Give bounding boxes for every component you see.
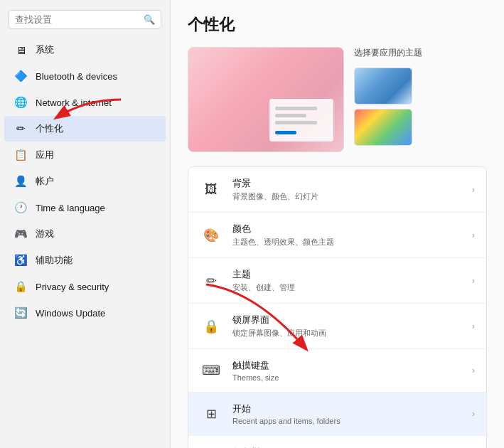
settings-subtitle-theme: 安装、创建、管理: [232, 282, 462, 293]
settings-title-color: 颜色: [232, 223, 462, 235]
search-icon: 🔍: [144, 14, 155, 25]
theme-thumb-blue[interactable]: [354, 68, 412, 105]
settings-item-color[interactable]: 🎨颜色主题色、透明效果、颜色主题›: [188, 213, 486, 258]
settings-chevron-lockscreen: ›: [472, 321, 475, 331]
sidebar-item-apps[interactable]: 📋应用: [4, 142, 166, 168]
search-box[interactable]: 🔍: [9, 10, 161, 29]
settings-text-start: 开始Recent apps and items, folders: [232, 402, 462, 425]
color-icon: 🎨: [200, 224, 222, 247]
settings-text-color: 颜色主题色、透明效果、颜色主题: [232, 223, 462, 247]
preview-line-2: [275, 114, 306, 117]
settings-list: 🖼背景背景图像、颜色、幻灯片›🎨颜色主题色、透明效果、颜色主题›✏主题安装、创建…: [188, 166, 487, 448]
settings-text-background: 背景背景图像、颜色、幻灯片: [232, 177, 462, 202]
settings-chevron-background: ›: [472, 185, 475, 195]
sidebar-item-accessibility[interactable]: ♿辅助功能: [4, 247, 166, 273]
accounts-icon: 👤: [14, 175, 27, 188]
settings-title-background: 背景: [232, 177, 462, 190]
background-icon: 🖼: [200, 178, 222, 201]
sidebar: 🔍 🖥系统🔷Bluetooth & devices🌐Network & inte…: [0, 0, 171, 448]
windows-update-icon: 🔄: [14, 306, 27, 319]
settings-item-touch-keyboard[interactable]: ⌨触摸键盘Themes, size›: [188, 349, 486, 393]
settings-subtitle-lockscreen: 锁定屏幕图像、应用和动画: [232, 328, 462, 338]
theme-thumbnails-panel: 选择要应用的主题: [354, 47, 422, 152]
sidebar-item-network[interactable]: 🌐Network & internet: [4, 90, 166, 115]
preview-button: [275, 131, 296, 134]
settings-item-taskbar[interactable]: ▬任务栏任务栏行为、系统固定›: [188, 436, 486, 448]
accessibility-icon: ♿: [14, 254, 27, 267]
gaming-icon: 🎮: [14, 228, 27, 240]
settings-title-lockscreen: 锁屏界面: [232, 314, 462, 326]
page-title: 个性化: [188, 14, 487, 36]
sidebar-item-label-bluetooth: Bluetooth & devices: [36, 71, 117, 82]
theme-thumb-colorful[interactable]: [354, 109, 412, 146]
theme-icon: ✏: [200, 270, 222, 292]
settings-subtitle-background: 背景图像、颜色、幻灯片: [232, 191, 462, 202]
nav-list: 🖥系统🔷Bluetooth & devices🌐Network & intern…: [0, 36, 170, 448]
theme-preview-main[interactable]: [188, 47, 344, 152]
settings-text-touch-keyboard: 触摸键盘Themes, size: [232, 359, 462, 382]
theme-preview-window: [269, 99, 333, 142]
settings-subtitle-start: Recent apps and items, folders: [232, 417, 462, 425]
sidebar-item-label-accounts: 帐户: [36, 175, 54, 188]
network-icon: 🌐: [14, 96, 27, 109]
sidebar-item-label-accessibility: 辅助功能: [36, 254, 73, 267]
settings-item-lockscreen[interactable]: 🔒锁屏界面锁定屏幕图像、应用和动画›: [188, 304, 486, 349]
privacy-icon: 🔒: [14, 280, 27, 293]
theme-section: 选择要应用的主题: [188, 47, 487, 152]
touch-keyboard-icon: ⌨: [200, 359, 222, 382]
search-input[interactable]: [15, 14, 144, 25]
settings-title-theme: 主题: [232, 268, 462, 281]
sidebar-item-label-network: Network & internet: [36, 97, 112, 108]
settings-item-theme[interactable]: ✏主题安装、创建、管理›: [188, 258, 486, 304]
personalize-icon: ✏: [14, 122, 27, 135]
start-icon: ⊞: [200, 402, 222, 425]
sidebar-item-privacy[interactable]: 🔒Privacy & security: [4, 274, 166, 299]
sidebar-item-windows-update[interactable]: 🔄Windows Update: [4, 300, 166, 326]
sidebar-item-label-privacy: Privacy & security: [36, 282, 109, 292]
sidebar-item-label-gaming: 游戏: [36, 228, 54, 240]
sidebar-item-label-personalize: 个性化: [36, 122, 63, 135]
settings-title-start: 开始: [232, 402, 462, 415]
main-content: 个性化 选择要应用的主题 🖼背景背景图像、颜色、幻灯片›🎨颜色主题色、透明效果、…: [171, 0, 504, 448]
preview-line-1: [275, 107, 317, 110]
sidebar-item-label-apps: 应用: [36, 149, 54, 161]
settings-chevron-theme: ›: [472, 276, 475, 286]
settings-chevron-color: ›: [472, 230, 475, 240]
sidebar-item-personalize[interactable]: ✏个性化: [4, 116, 166, 142]
sidebar-item-label-system: 系统: [36, 43, 54, 56]
sidebar-item-label-windows-update: Windows Update: [36, 308, 105, 319]
settings-chevron-start: ›: [472, 409, 475, 419]
settings-subtitle-touch-keyboard: Themes, size: [232, 373, 462, 382]
settings-item-background[interactable]: 🖼背景背景图像、颜色、幻灯片›: [188, 167, 486, 213]
sidebar-item-time[interactable]: 🕐Time & language: [4, 195, 166, 220]
settings-text-lockscreen: 锁屏界面锁定屏幕图像、应用和动画: [232, 314, 462, 338]
theme-select-label: 选择要应用的主题: [354, 47, 422, 59]
system-icon: 🖥: [14, 43, 27, 56]
time-icon: 🕐: [14, 201, 27, 214]
sidebar-item-gaming[interactable]: 🎮游戏: [4, 221, 166, 247]
settings-text-theme: 主题安装、创建、管理: [232, 268, 462, 293]
apps-icon: 📋: [14, 149, 27, 161]
settings-item-start[interactable]: ⊞开始Recent apps and items, folders›: [188, 393, 486, 436]
sidebar-item-label-time: Time & language: [36, 203, 105, 213]
settings-chevron-touch-keyboard: ›: [472, 366, 475, 375]
sidebar-item-accounts[interactable]: 👤帐户: [4, 169, 166, 194]
lockscreen-icon: 🔒: [200, 315, 222, 338]
settings-subtitle-color: 主题色、透明效果、颜色主题: [232, 237, 462, 247]
bluetooth-icon: 🔷: [14, 70, 27, 82]
sidebar-item-system[interactable]: 🖥系统: [4, 37, 166, 63]
sidebar-item-bluetooth[interactable]: 🔷Bluetooth & devices: [4, 63, 166, 89]
preview-line-3: [275, 121, 317, 124]
settings-title-touch-keyboard: 触摸键盘: [232, 359, 462, 372]
